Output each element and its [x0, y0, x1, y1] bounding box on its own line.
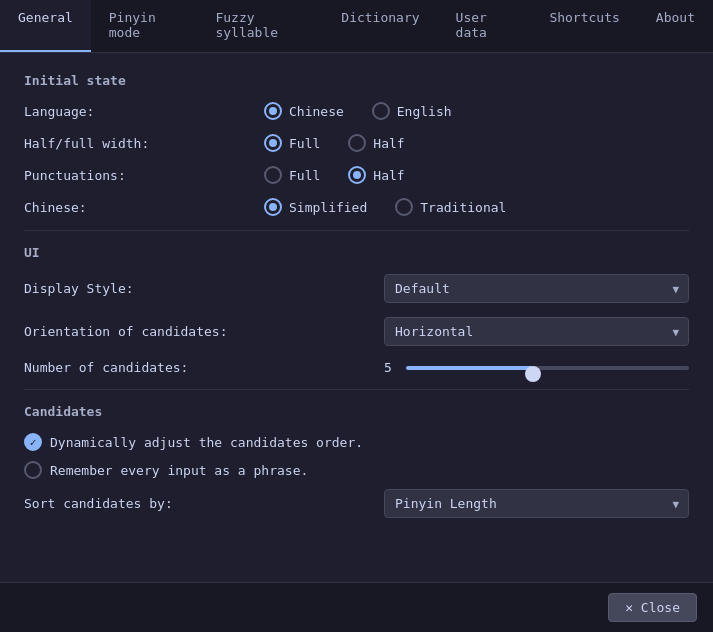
half-full-half-label: Half: [373, 136, 404, 151]
orientation-label: Orientation of candidates:: [24, 324, 384, 339]
num-candidates-label: Number of candidates:: [24, 360, 384, 375]
half-full-half-radio[interactable]: [348, 134, 366, 152]
language-label: Language:: [24, 104, 264, 119]
half-full-row: Half/full width: Full Half: [24, 134, 689, 152]
dynamically-adjust-item[interactable]: Dynamically adjust the candidates order.: [24, 433, 689, 451]
chinese-options: Simplified Traditional: [264, 198, 689, 216]
chinese-traditional-radio[interactable]: [395, 198, 413, 216]
remember-input-checkbox[interactable]: [24, 461, 42, 479]
half-full-full-label: Full: [289, 136, 320, 151]
dynamically-adjust-label: Dynamically adjust the candidates order.: [50, 435, 363, 450]
language-english-radio[interactable]: [372, 102, 390, 120]
punctuations-row: Punctuations: Full Half: [24, 166, 689, 184]
language-english-label: English: [397, 104, 452, 119]
chinese-label: Chinese:: [24, 200, 264, 215]
half-full-label: Half/full width:: [24, 136, 264, 151]
sort-by-row: Sort candidates by: Pinyin Length Freque…: [24, 489, 689, 518]
candidates-title: Candidates: [24, 404, 689, 419]
sort-by-label: Sort candidates by:: [24, 496, 384, 511]
divider-2: [24, 389, 689, 390]
display-style-row: Display Style: Default Classic Custom ▼: [24, 274, 689, 303]
sort-by-select[interactable]: Pinyin Length Frequency Stroke Count: [384, 489, 689, 518]
close-button[interactable]: ✕ Close: [608, 593, 697, 622]
language-options: Chinese English: [264, 102, 689, 120]
dynamically-adjust-checkbox[interactable]: [24, 433, 42, 451]
sort-by-wrapper: Pinyin Length Frequency Stroke Count ▼: [384, 489, 689, 518]
num-candidates-slider[interactable]: [406, 366, 689, 370]
punctuations-half[interactable]: Half: [348, 166, 404, 184]
tab-dictionary[interactable]: Dictionary: [323, 0, 437, 52]
orientation-select[interactable]: Horizontal Vertical: [384, 317, 689, 346]
initial-state-title: Initial state: [24, 73, 689, 88]
language-row: Language: Chinese English: [24, 102, 689, 120]
punctuations-label: Punctuations:: [24, 168, 264, 183]
display-style-wrapper: Default Classic Custom ▼: [384, 274, 689, 303]
content-area: Initial state Language: Chinese English …: [0, 53, 713, 582]
punctuations-full-radio[interactable]: [264, 166, 282, 184]
display-style-select[interactable]: Default Classic Custom: [384, 274, 689, 303]
tab-general[interactable]: General: [0, 0, 91, 52]
tab-fuzzy-syllable[interactable]: Fuzzy syllable: [197, 0, 323, 52]
footer: ✕ Close: [0, 582, 713, 632]
candidates-section: Candidates Dynamically adjust the candid…: [24, 404, 689, 518]
chinese-row: Chinese: Simplified Traditional: [24, 198, 689, 216]
chinese-traditional[interactable]: Traditional: [395, 198, 506, 216]
language-chinese-radio[interactable]: [264, 102, 282, 120]
punctuations-half-label: Half: [373, 168, 404, 183]
half-full-half[interactable]: Half: [348, 134, 404, 152]
punctuations-options: Full Half: [264, 166, 689, 184]
orientation-row: Orientation of candidates: Horizontal Ve…: [24, 317, 689, 346]
ui-title: UI: [24, 245, 689, 260]
chinese-simplified-radio[interactable]: [264, 198, 282, 216]
half-full-options: Full Half: [264, 134, 689, 152]
tab-bar: General Pinyin mode Fuzzy syllable Dicti…: [0, 0, 713, 53]
remember-input-item[interactable]: Remember every input as a phrase.: [24, 461, 689, 479]
chinese-simplified-label: Simplified: [289, 200, 367, 215]
chinese-traditional-label: Traditional: [420, 200, 506, 215]
initial-state-section: Initial state Language: Chinese English …: [24, 73, 689, 216]
num-candidates-value: 5: [384, 360, 396, 375]
tab-about[interactable]: About: [638, 0, 713, 52]
language-english[interactable]: English: [372, 102, 452, 120]
num-candidates-row: Number of candidates: 5: [24, 360, 689, 375]
chinese-simplified[interactable]: Simplified: [264, 198, 367, 216]
language-chinese-label: Chinese: [289, 104, 344, 119]
remember-input-label: Remember every input as a phrase.: [50, 463, 308, 478]
ui-section: UI Display Style: Default Classic Custom…: [24, 245, 689, 375]
punctuations-full-label: Full: [289, 168, 320, 183]
punctuations-full[interactable]: Full: [264, 166, 320, 184]
orientation-wrapper: Horizontal Vertical ▼: [384, 317, 689, 346]
tab-shortcuts[interactable]: Shortcuts: [531, 0, 637, 52]
tab-pinyin-mode[interactable]: Pinyin mode: [91, 0, 198, 52]
punctuations-half-radio[interactable]: [348, 166, 366, 184]
half-full-full[interactable]: Full: [264, 134, 320, 152]
language-chinese[interactable]: Chinese: [264, 102, 344, 120]
display-style-label: Display Style:: [24, 281, 384, 296]
tab-user-data[interactable]: User data: [438, 0, 532, 52]
divider-1: [24, 230, 689, 231]
half-full-full-radio[interactable]: [264, 134, 282, 152]
